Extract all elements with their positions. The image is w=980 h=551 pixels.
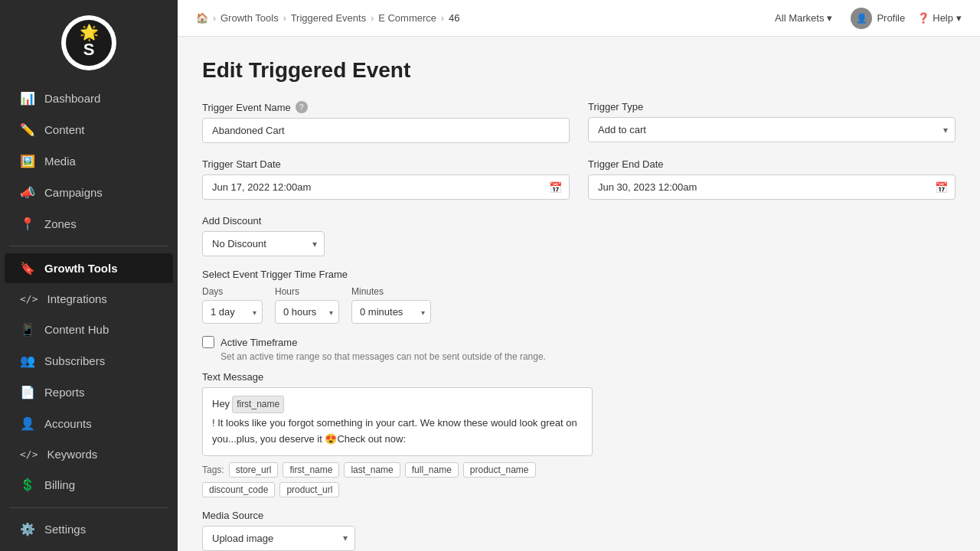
- topbar: 🏠 › Growth Tools › Triggered Events › E …: [178, 0, 980, 37]
- nav-label-dashboard: Dashboard: [44, 92, 100, 105]
- nav-item-integrations[interactable]: </> Integrations: [5, 285, 173, 313]
- logo-inner: 🌟 S: [66, 20, 112, 66]
- nav-item-content[interactable]: ✏️ Content: [5, 115, 173, 145]
- active-timeframe-checkbox[interactable]: [202, 336, 214, 348]
- add-discount-label: Add Discount: [202, 215, 325, 227]
- add-discount-group: Add Discount No Discount ▾: [202, 215, 325, 256]
- tag-full-name[interactable]: full_name: [405, 462, 459, 478]
- days-label: Days: [202, 286, 263, 297]
- trigger-type-select-wrapper: Add to cart ▾: [588, 117, 956, 142]
- nav-label-subscribers: Subscribers: [44, 354, 105, 367]
- nav-item-zones[interactable]: 📍 Zones: [5, 209, 173, 239]
- trigger-end-date-input[interactable]: [588, 174, 956, 200]
- topbar-right: All Markets ▾ 👤 Profile ❓ Help ▾: [769, 8, 962, 29]
- main-area: 🏠 › Growth Tools › Triggered Events › E …: [178, 0, 980, 551]
- trigger-type-select[interactable]: Add to cart: [588, 117, 956, 142]
- trigger-event-name-input[interactable]: [202, 118, 570, 143]
- market-label: All Markets: [775, 12, 824, 24]
- market-selector[interactable]: All Markets ▾: [769, 9, 838, 27]
- nav-label-content-hub: Content Hub: [44, 323, 109, 336]
- days-group: Days 1 day 2 days 3 days ▾: [202, 286, 263, 324]
- trigger-type-label: Trigger Type: [588, 101, 956, 112]
- minutes-select[interactable]: 0 minutes 15 minutes 30 minutes: [351, 300, 431, 324]
- tags-label: Tags:: [202, 465, 224, 475]
- nav-item-keywords[interactable]: </> Keywords: [5, 440, 173, 468]
- nav-divider-1: [9, 246, 168, 246]
- minutes-label: Minutes: [351, 286, 431, 297]
- breadcrumb-ecommerce[interactable]: E Commerce: [378, 12, 436, 24]
- hours-label: Hours: [275, 286, 339, 297]
- message-text-hey: Hey: [212, 396, 230, 412]
- nav-label-campaigns: Campaigns: [44, 186, 103, 199]
- trigger-start-date-group: Trigger Start Date 📅: [202, 158, 570, 200]
- media-source-select[interactable]: Upload image URL: [202, 526, 355, 551]
- active-timeframe-row: Active Timeframe: [202, 336, 956, 348]
- sidebar-logo: 🌟 S: [0, 0, 178, 83]
- help-icon: ❓: [917, 12, 929, 24]
- logo-sun-icon: 🌟: [80, 23, 99, 41]
- breadcrumb: 🏠 › Growth Tools › Triggered Events › E …: [196, 12, 459, 24]
- zones-icon: 📍: [20, 217, 35, 231]
- nav-label-settings: Settings: [44, 523, 86, 536]
- media-icon: 🖼️: [20, 154, 35, 168]
- active-timeframe-note: Set an active time range so that message…: [220, 351, 956, 362]
- nav-item-accounts[interactable]: 👤 Accounts: [5, 409, 173, 439]
- growth-tools-icon: 🔖: [20, 261, 35, 276]
- tag-product-name[interactable]: product_name: [463, 462, 536, 478]
- nav-item-growth-tools[interactable]: 🔖 Growth Tools: [5, 253, 173, 283]
- breadcrumb-growth-tools[interactable]: Growth Tools: [220, 12, 279, 24]
- hours-group: Hours 0 hours 1 hour 2 hours ▾: [275, 286, 339, 324]
- form-row-1: Trigger Event Name ? Trigger Type Add to…: [202, 101, 956, 143]
- help-button[interactable]: ❓ Help ▾: [917, 12, 962, 24]
- tag-last-name[interactable]: last_name: [344, 462, 400, 478]
- reports-icon: 📄: [20, 385, 35, 399]
- breadcrumb-triggered-events[interactable]: Triggered Events: [291, 12, 367, 24]
- minutes-select-wrapper: 0 minutes 15 minutes 30 minutes ▾: [351, 300, 431, 324]
- minutes-group: Minutes 0 minutes 15 minutes 30 minutes …: [351, 286, 431, 324]
- dashboard-icon: 📊: [20, 91, 35, 106]
- nav-item-reports[interactable]: 📄 Reports: [5, 377, 173, 407]
- add-discount-select-wrapper: No Discount ▾: [202, 231, 325, 256]
- breadcrumb-sep-2: ›: [283, 13, 286, 24]
- trigger-start-date-wrapper: 📅: [202, 174, 570, 200]
- hours-select[interactable]: 0 hours 1 hour 2 hours: [275, 300, 339, 324]
- integrations-icon: </>: [20, 293, 38, 305]
- campaigns-icon: 📣: [20, 185, 35, 200]
- breadcrumb-sep-3: ›: [371, 13, 374, 24]
- tag-first-name[interactable]: first_name: [283, 462, 339, 478]
- nav-item-dashboard[interactable]: 📊 Dashboard: [5, 83, 173, 113]
- nav-item-campaigns[interactable]: 📣 Campaigns: [5, 178, 173, 207]
- nav-label-keywords: Keywords: [47, 448, 97, 461]
- trigger-start-date-input[interactable]: [202, 174, 570, 200]
- nav-item-subscribers[interactable]: 👥 Subscribers: [5, 346, 173, 376]
- nav-item-media[interactable]: 🖼️ Media: [5, 146, 173, 176]
- trigger-event-name-group: Trigger Event Name ?: [202, 101, 570, 143]
- nav-label-content: Content: [44, 123, 85, 136]
- trigger-name-help-icon[interactable]: ?: [296, 101, 308, 113]
- tag-product-url[interactable]: product_url: [279, 482, 339, 497]
- time-frame-label: Select Event Trigger Time Frame: [202, 269, 956, 280]
- nav-label-growth-tools: Growth Tools: [44, 262, 118, 275]
- subscribers-icon: 👥: [20, 354, 35, 368]
- profile-button[interactable]: 👤 Profile: [851, 8, 905, 29]
- nav-item-content-hub[interactable]: 📱 Content Hub: [5, 315, 173, 344]
- home-icon[interactable]: 🏠: [196, 12, 208, 24]
- nav-item-settings[interactable]: ⚙️ Settings: [5, 514, 173, 544]
- message-tag-first-name: first_name: [232, 396, 284, 413]
- days-select-wrapper: 1 day 2 days 3 days ▾: [202, 300, 263, 324]
- add-discount-select[interactable]: No Discount: [202, 231, 325, 256]
- keywords-icon: </>: [20, 448, 38, 460]
- logo-letter: S: [83, 40, 95, 60]
- message-text-body: ! It looks like you forgot something in …: [212, 416, 583, 448]
- trigger-end-date-group: Trigger End Date 📅: [588, 158, 956, 200]
- tag-discount-code[interactable]: discount_code: [202, 482, 275, 497]
- message-content-area[interactable]: Hey first_name ! It looks like you forgo…: [202, 387, 593, 456]
- nav-item-billing[interactable]: 💲 Billing: [5, 470, 173, 500]
- days-select[interactable]: 1 day 2 days 3 days: [202, 300, 263, 324]
- accounts-icon: 👤: [20, 416, 35, 431]
- hours-select-wrapper: 0 hours 1 hour 2 hours ▾: [275, 300, 339, 324]
- trigger-start-date-label: Trigger Start Date: [202, 158, 570, 170]
- media-source-group: Media Source Upload image URL ▾: [202, 510, 956, 551]
- tag-store-url[interactable]: store_url: [229, 462, 279, 478]
- trigger-end-date-wrapper: 📅: [588, 174, 956, 200]
